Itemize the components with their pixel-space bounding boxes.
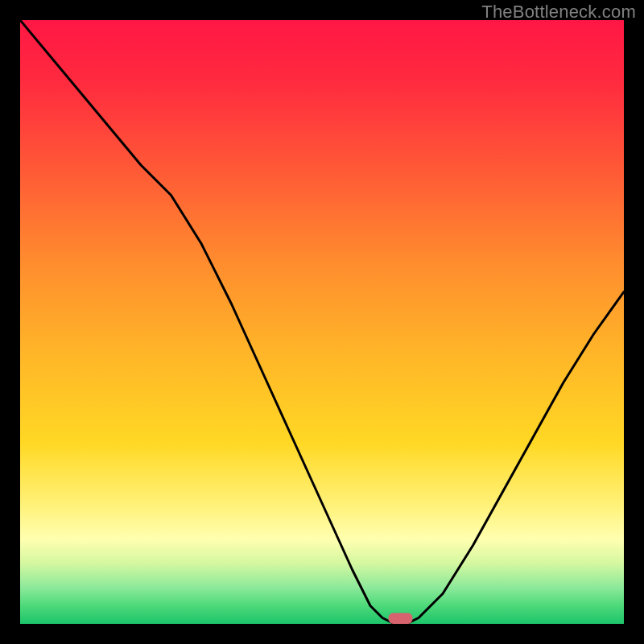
watermark-text: TheBottleneck.com bbox=[481, 2, 636, 23]
gradient-background bbox=[20, 20, 624, 624]
plot-area bbox=[20, 20, 624, 624]
optimum-marker bbox=[389, 613, 413, 625]
chart-svg bbox=[20, 20, 624, 624]
chart-container: TheBottleneck.com bbox=[0, 0, 644, 644]
